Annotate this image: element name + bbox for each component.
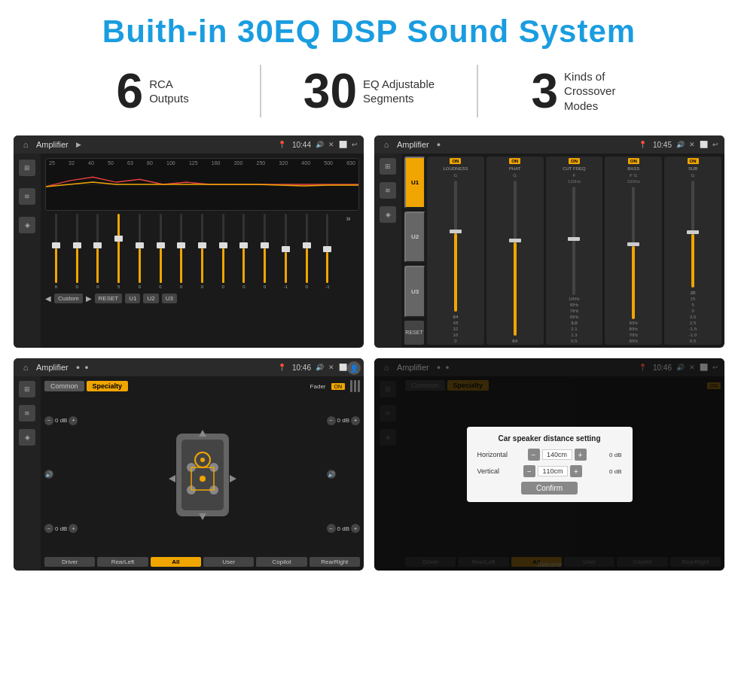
- sidebar-fader-icon2[interactable]: ≋: [19, 405, 35, 422]
- rl-plus[interactable]: +: [69, 524, 78, 533]
- u1-channel-btn[interactable]: U1: [404, 157, 425, 208]
- sidebar-fader-icon1[interactable]: ⊞: [19, 381, 35, 397]
- fl-minus[interactable]: −: [44, 416, 53, 425]
- fl-plus[interactable]: +: [69, 416, 78, 425]
- screen-ch-sidebar: ⊞ ≋ ◈: [374, 154, 401, 348]
- sidebar-ch-icon1[interactable]: ⊞: [380, 158, 396, 175]
- eq-slider-8[interactable]: 0: [214, 214, 233, 289]
- profile-icon[interactable]: 👤: [347, 361, 361, 375]
- svg-rect-2: [181, 440, 224, 510]
- screen-ch-content: ⊞ ≋ ◈ U1 U2 U3 RESET: [374, 154, 724, 348]
- horizontal-minus[interactable]: −: [528, 449, 540, 461]
- custom-btn[interactable]: Custom: [54, 294, 83, 303]
- sidebar-fader-icon3[interactable]: ◈: [19, 429, 35, 446]
- next-arrow[interactable]: ▶: [86, 294, 92, 303]
- home-icon-3[interactable]: ⌂: [20, 361, 32, 373]
- close-icon-2[interactable]: ✕: [689, 141, 695, 148]
- user-btn[interactable]: User: [203, 557, 254, 567]
- sub-on[interactable]: ON: [688, 158, 699, 164]
- left-controls: − 0 dB + 🔊 − 0 dB +: [44, 395, 78, 554]
- rearleft-btn[interactable]: RearLeft: [97, 557, 148, 567]
- rl-minus[interactable]: −: [44, 524, 53, 533]
- minimize-icon-1[interactable]: ⬜: [339, 141, 347, 148]
- bass-control: ON BASS F G 100Hz 90Hz 80Hz 70Hz 60Hz: [605, 157, 662, 345]
- minimize-icon-3[interactable]: ⬜: [339, 364, 347, 371]
- screen-eq-topbar: ⌂ Amplifier ▶ 📍 10:44 🔊 ✕ ⬜ ↩: [14, 135, 364, 154]
- screen-eq-sidebar: ⊞ ≋ ◈: [14, 154, 41, 348]
- driver-btn[interactable]: Driver: [44, 557, 95, 567]
- screen-fader-content: ⊞ ≋ ◈ Common Specialty Fader ON: [14, 376, 364, 571]
- svg-marker-16: [230, 475, 236, 482]
- eq-slider-13[interactable]: -1: [319, 214, 337, 289]
- eq-slider-3[interactable]: 5: [109, 214, 128, 289]
- home-icon-2[interactable]: ⌂: [380, 138, 392, 151]
- rear-left-control: − 0 dB +: [44, 524, 78, 533]
- sidebar-ch-icon3[interactable]: ◈: [380, 206, 396, 223]
- reset-btn[interactable]: RESET: [95, 294, 123, 303]
- tabs-row: Common Specialty Fader ON 👤: [44, 380, 360, 392]
- vertical-plus[interactable]: +: [570, 465, 582, 477]
- eq-bottom-bar: ◀ Custom ▶ RESET U1 U2 U3: [45, 292, 359, 305]
- bass-on[interactable]: ON: [628, 158, 639, 164]
- stat-eq: 30 EQ AdjustableSegments: [261, 67, 476, 115]
- vertical-minus[interactable]: −: [523, 465, 535, 477]
- sidebar-wave-icon[interactable]: ≋: [19, 188, 35, 205]
- front-left-control: − 0 dB +: [44, 416, 78, 425]
- eq-slider-6[interactable]: 0: [172, 214, 191, 289]
- reset-ch-btn[interactable]: RESET: [404, 321, 424, 345]
- header: Buith-in 30EQ DSP Sound System: [0, 0, 738, 57]
- eq-slider-2[interactable]: 0: [88, 214, 107, 289]
- eq-slider-10[interactable]: 0: [255, 214, 274, 289]
- u2-btn[interactable]: U2: [143, 294, 158, 303]
- cutfreq-on[interactable]: ON: [569, 158, 580, 164]
- u1-btn[interactable]: U1: [125, 294, 140, 303]
- rr-plus[interactable]: +: [351, 524, 360, 533]
- copilot-btn[interactable]: Copilot: [256, 557, 306, 567]
- svg-point-4: [200, 458, 205, 462]
- close-icon-1[interactable]: ✕: [328, 141, 334, 148]
- screen-eq-time: 10:44: [292, 141, 311, 149]
- car-diagram-svg: [165, 426, 240, 524]
- sidebar-eq-icon[interactable]: ⊞: [19, 160, 35, 176]
- horizontal-plus[interactable]: +: [575, 449, 587, 461]
- eq-slider-11[interactable]: -1: [276, 214, 295, 289]
- fr-plus[interactable]: +: [351, 416, 360, 425]
- eq-slider-5[interactable]: 0: [151, 214, 170, 289]
- prev-arrow[interactable]: ◀: [45, 294, 51, 303]
- rearright-btn[interactable]: RearRight: [310, 557, 360, 567]
- all-btn[interactable]: All: [151, 557, 201, 567]
- confirm-button[interactable]: Confirm: [521, 482, 578, 495]
- u2-channel-btn[interactable]: U2: [404, 212, 425, 263]
- screen-eq-main: 25 32 40 50 63 80 100 125 160 200 250 32…: [41, 154, 364, 348]
- eq-slider-0[interactable]: 0: [47, 214, 66, 289]
- phat-on[interactable]: ON: [509, 158, 520, 164]
- vert-right-control: 0 dB: [609, 468, 621, 475]
- common-tab[interactable]: Common: [44, 381, 84, 391]
- back-icon-2[interactable]: ↩: [712, 141, 718, 148]
- sidebar-ch-icon2[interactable]: ≋: [380, 182, 396, 199]
- eq-slider-4[interactable]: 0: [130, 214, 149, 289]
- distance-modal: Car speaker distance setting Horizontal …: [467, 427, 633, 502]
- u3-channel-btn[interactable]: U3: [404, 266, 425, 318]
- screen-distance: ⌂ Amplifier ● ● 📍 10:46 🔊 ✕ ⬜ ↩ ⊞ ≋ ◈ Co…: [374, 358, 724, 571]
- loudness-on[interactable]: ON: [450, 158, 461, 164]
- back-icon-1[interactable]: ↩: [352, 141, 358, 148]
- specialty-tab[interactable]: Specialty: [87, 381, 129, 391]
- fader-on-badge[interactable]: ON: [331, 383, 346, 390]
- eq-slider-7[interactable]: 0: [193, 214, 212, 289]
- rr-minus[interactable]: −: [327, 524, 336, 533]
- eq-slider-more[interactable]: »: [339, 214, 358, 289]
- eq-slider-1[interactable]: 0: [68, 214, 87, 289]
- sidebar-speaker-icon[interactable]: ◈: [19, 217, 35, 233]
- fr-minus[interactable]: −: [327, 416, 336, 425]
- minimize-icon-2[interactable]: ⬜: [700, 141, 708, 148]
- u3-btn[interactable]: U3: [162, 294, 177, 303]
- close-icon-3[interactable]: ✕: [328, 364, 334, 371]
- horizontal-label: Horizontal: [477, 451, 508, 458]
- horizontal-row: Horizontal − 140cm + 0 dB: [477, 449, 622, 461]
- cutfreq-control: ON CUT FREQ F 120Hz 100Hz 80Hz 70Hz 60Hz: [546, 157, 603, 345]
- eq-slider-12[interactable]: 0: [297, 214, 316, 289]
- home-icon[interactable]: ⌂: [20, 138, 32, 151]
- eq-slider-9[interactable]: 0: [235, 214, 254, 289]
- screen-eq-title: Amplifier: [36, 140, 69, 149]
